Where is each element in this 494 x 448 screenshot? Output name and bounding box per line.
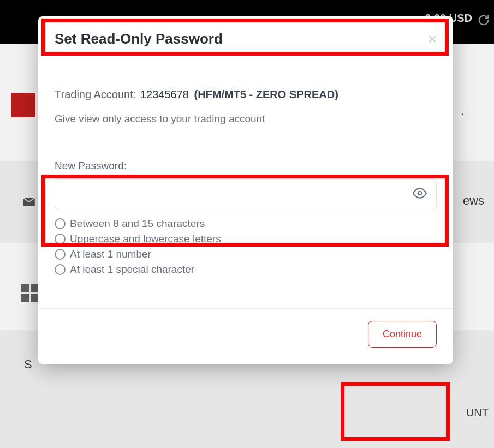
password-rules: Between 8 and 15 characters Uppercase an… (55, 218, 437, 276)
account-description: Give view only access to your trading ac… (55, 113, 437, 125)
trading-account-line: Trading Account: 12345678 (HFM/MT5 - ZER… (55, 88, 437, 101)
password-label: New Password: (55, 160, 437, 172)
modal-title: Set Read-Only Password (55, 31, 223, 47)
continue-button[interactable]: Continue (368, 321, 437, 348)
rule-text: At least 1 number (70, 248, 151, 260)
rule-unchecked-icon (55, 218, 66, 229)
rule-item: Uppercase and lowercase letters (55, 233, 437, 245)
password-input[interactable] (55, 178, 437, 210)
grid-icon (21, 284, 39, 302)
set-readonly-password-modal: Set Read-Only Password × Trading Account… (38, 16, 453, 364)
close-icon[interactable]: × (428, 32, 437, 47)
rule-text: At least 1 special character (70, 264, 194, 276)
rule-item: At least 1 number (55, 248, 437, 260)
bg-text-fragment: ews (463, 194, 484, 208)
svg-point-0 (418, 192, 422, 195)
rule-unchecked-icon (55, 249, 66, 260)
password-input-wrap (55, 178, 437, 210)
account-type: (HFM/MT5 - ZERO SPREAD) (194, 88, 338, 100)
account-number: 12345678 (140, 88, 189, 100)
rule-item: Between 8 and 15 characters (55, 218, 437, 230)
refresh-icon[interactable] (478, 14, 490, 28)
modal-body: Trading Account: 12345678 (HFM/MT5 - ZER… (38, 61, 453, 308)
account-label: Trading Account: (55, 88, 136, 100)
rule-text: Between 8 and 15 characters (70, 218, 205, 230)
rule-text: Uppercase and lowercase letters (70, 233, 221, 245)
mail-icon (22, 196, 36, 210)
modal-footer: Continue (38, 308, 453, 364)
bg-text-fragment: UNT (466, 407, 489, 419)
bg-text-fragment: S (24, 357, 32, 372)
eye-icon[interactable] (413, 186, 427, 202)
rule-item: At least 1 special character (55, 264, 437, 276)
rule-unchecked-icon (55, 234, 66, 244)
bg-text-fragment: . (461, 104, 464, 118)
modal-header: Set Read-Only Password × (38, 16, 453, 61)
rule-unchecked-icon (55, 264, 66, 275)
gift-icon (11, 93, 35, 117)
